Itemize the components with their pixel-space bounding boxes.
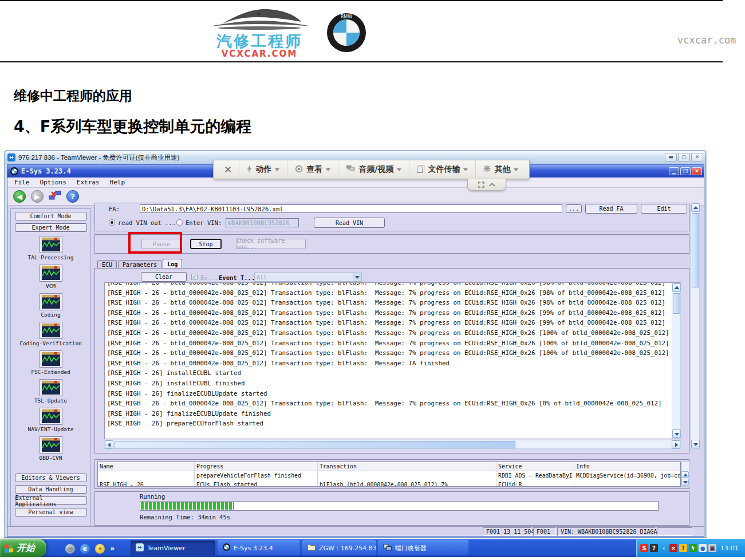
log-vscroll-thumb[interactable]: [673, 293, 680, 314]
table-row[interactable]: prepareVehicleForFlash finishedRDBI_ADS …: [98, 471, 680, 480]
launcher-icon[interactable]: ◎: [65, 542, 75, 554]
sidebar-button-personal-view[interactable]: Personal view: [15, 508, 87, 516]
scroll-right-icon[interactable]: [672, 440, 680, 449]
sidebar-button-external-applications[interactable]: External Applications: [15, 496, 87, 505]
read-vin-radio[interactable]: [109, 219, 115, 226]
tv-toolbar-item-1[interactable]: 查看: [287, 160, 338, 179]
scroll-up-icon[interactable]: [681, 471, 689, 478]
clear-button[interactable]: Clear: [141, 272, 187, 282]
start-button[interactable]: 开始: [0, 539, 46, 557]
log-vscrollbar[interactable]: [672, 283, 681, 439]
back-button[interactable]: ◀: [13, 190, 26, 203]
sidebar-module-nav-ent-update[interactable]: NAV/ENT-Update: [17, 408, 85, 432]
sidebar-button-editors-viewers[interactable]: Editors & Viewers: [15, 474, 87, 482]
sidebar-module-vcm[interactable]: VCM: [17, 265, 85, 289]
menu-item-options[interactable]: Options: [40, 179, 66, 186]
sidebar-module-coding-verification[interactable]: Coding-Verification: [17, 322, 85, 346]
warning-icon[interactable]: !: [679, 544, 687, 552]
column-header-transaction[interactable]: Transaction: [318, 462, 496, 471]
tv-toolbar-item-4[interactable]: 其他: [475, 160, 526, 179]
sidebar-button-comfort-mode[interactable]: Comfort Mode: [15, 212, 87, 220]
check-software-button[interactable]: Check software ava...: [236, 239, 306, 249]
waveform-icon: [40, 379, 62, 396]
taskbar-task-0[interactable]: TeamViewer: [131, 541, 215, 555]
tv-minimize-button[interactable]: ▬: [665, 153, 677, 161]
main-vscrollbar[interactable]: [691, 203, 700, 449]
event-filter-combo[interactable]: All: [254, 273, 362, 282]
tv-maximize-button[interactable]: ▢: [678, 153, 690, 161]
taskbar-task-2[interactable]: ZGW : 169.254.83.20: [302, 541, 376, 555]
enter-vin-radio[interactable]: [176, 219, 183, 226]
taskbar-task-1[interactable]: E-Sys 3.23.4: [218, 541, 299, 555]
more-icon[interactable]: »: [110, 544, 115, 553]
sogou-icon[interactable]: S: [640, 544, 648, 552]
scroll-up-icon[interactable]: [691, 203, 700, 212]
vin-field[interactable]: WBAKB0108BC952826: [226, 218, 299, 227]
table-vscrollbar[interactable]: [681, 462, 689, 487]
taskbar-task-3[interactable]: 端口映射器: [378, 541, 468, 555]
column-header-name[interactable]: Name: [98, 462, 195, 471]
chevron-up-icon[interactable]: [489, 183, 495, 187]
column-header-info[interactable]: Info: [574, 462, 680, 471]
sidebar-module-obd-cvn[interactable]: OBD-CVN: [17, 436, 85, 461]
sidebar-button-data-handling[interactable]: Data Handling: [15, 485, 87, 494]
sidebar-module-coding[interactable]: Coding: [17, 293, 85, 318]
scroll-left-icon[interactable]: [105, 440, 113, 449]
help-button[interactable]: ?: [66, 190, 79, 203]
ie-icon[interactable]: e: [80, 542, 90, 554]
menu-item-file[interactable]: File: [14, 179, 30, 186]
tv-toolbar-item-3[interactable]: 文件传输: [409, 160, 475, 179]
tab-log[interactable]: Log: [163, 259, 182, 268]
log-hscroll-thumb[interactable]: [115, 441, 515, 448]
tab-parameters[interactable]: Parameters: [118, 260, 161, 269]
sidebar-button-expert-mode[interactable]: Expert Mode: [15, 223, 87, 232]
table-row[interactable]: RSE_HIGH - 26ECUs Flash startedblFlash (…: [98, 480, 680, 487]
esys-close-button[interactable]: ✕: [692, 167, 702, 175]
help-icon[interactable]: ?: [650, 544, 658, 552]
teamviewer-toolbar-tab[interactable]: [467, 179, 506, 191]
fa-browse-button[interactable]: ...: [566, 204, 582, 213]
collapse-chevron-icon[interactable]: ‹: [660, 544, 668, 552]
tv-toolbar-item-2[interactable]: 音频/视频: [338, 160, 409, 179]
chevron-down-icon[interactable]: [353, 273, 361, 281]
log-hscrollbar[interactable]: [104, 440, 681, 449]
connection-icon[interactable]: [49, 190, 61, 203]
forward-button[interactable]: ▶: [31, 190, 44, 203]
scroll-down-icon[interactable]: [672, 429, 681, 438]
bolt-icon: [247, 165, 252, 175]
menu-item-extras[interactable]: Extras: [77, 179, 100, 186]
display-icon[interactable]: ▣: [708, 544, 716, 552]
signal-icon[interactable]: ϟ: [689, 544, 697, 552]
main-vscroll-thumb[interactable]: [692, 213, 699, 287]
sidebar-module-tal-processing[interactable]: TAL-Processing: [17, 236, 85, 261]
tv-toolbar-close-button[interactable]: ✕: [217, 164, 239, 175]
events-checkbox-label: Ev...: [200, 274, 219, 281]
disc-icon[interactable]: ●: [699, 544, 707, 552]
esys-minimize-button[interactable]: ▁: [669, 167, 679, 175]
event-type-label: Event T...: [219, 274, 255, 281]
events-checkbox[interactable]: ✓: [191, 274, 198, 280]
tv-close-button[interactable]: ✕: [691, 153, 703, 161]
esys-maximize-button[interactable]: ❐: [680, 167, 691, 175]
scroll-up-icon[interactable]: [672, 283, 681, 292]
edit-button[interactable]: Edit: [641, 204, 687, 214]
expand-icon[interactable]: [478, 182, 484, 188]
column-header-progress[interactable]: Progress: [195, 462, 318, 471]
sidebar-module-fsc-extended[interactable]: FSC-Extended: [17, 350, 85, 375]
alert-icon[interactable]: ×: [669, 544, 677, 552]
scroll-down-icon[interactable]: [691, 440, 700, 448]
column-header-service[interactable]: Service: [496, 462, 574, 471]
read-vin-button[interactable]: Read VIN: [314, 218, 385, 228]
stop-button[interactable]: Stop: [190, 239, 222, 249]
log-line: [RSE_HIGH - 26 - btld_0000042e-008_025_0…: [105, 308, 680, 318]
tab-ecu[interactable]: ECU: [97, 260, 117, 269]
read-fa-button[interactable]: Read FA: [585, 204, 637, 214]
menu-item-help[interactable]: Help: [110, 179, 125, 186]
shield-icon[interactable]: ✦: [95, 542, 105, 554]
tv-toolbar-item-0[interactable]: 动作: [239, 160, 287, 179]
fa-path-field[interactable]: D:\Data51.3\FA\F02-KB011103-C952826.xml: [140, 204, 562, 213]
sidebar-module-tsl-update[interactable]: TSL-Update: [17, 379, 85, 404]
site-logo: 汽修工程师 VCXCAR.COM: [194, 3, 325, 61]
scroll-down-icon[interactable]: [681, 479, 689, 486]
sidebar-module-label: TSL-Update: [17, 397, 85, 404]
